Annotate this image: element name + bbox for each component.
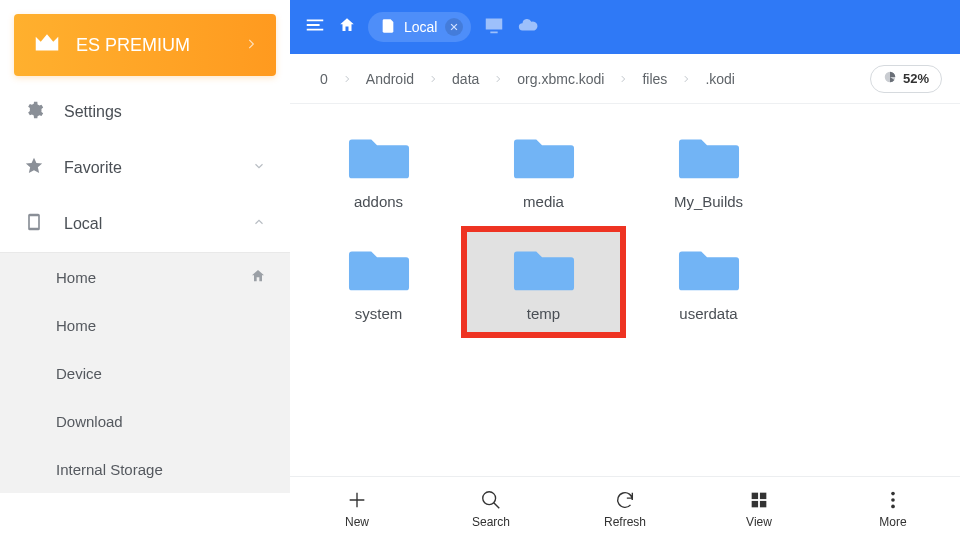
grid-icon xyxy=(748,489,770,511)
home-icon xyxy=(250,268,266,287)
folder-addons[interactable]: addons xyxy=(296,114,461,226)
folder-icon xyxy=(348,243,410,297)
storage-percent: 52% xyxy=(903,71,929,86)
es-premium-banner[interactable]: ES PREMIUM xyxy=(14,14,276,76)
svg-point-6 xyxy=(891,491,895,495)
bottom-toolbar: New Search Refresh View More xyxy=(290,476,960,540)
sub-item-label: Download xyxy=(56,413,123,430)
sub-item-label: Internal Storage xyxy=(56,461,163,478)
crumb-5[interactable]: .kodi xyxy=(693,71,747,87)
svg-point-1 xyxy=(483,491,496,504)
bottom-label: Refresh xyxy=(604,515,646,529)
more-icon xyxy=(882,489,904,511)
folder-grid: addons media My_Builds system temp userd… xyxy=(290,104,960,476)
folder-userdata[interactable]: userdata xyxy=(626,226,791,338)
crumb-0[interactable]: 0 xyxy=(308,71,340,87)
folder-temp[interactable]: temp xyxy=(461,226,626,338)
folder-icon xyxy=(513,243,575,297)
close-icon[interactable] xyxy=(445,18,463,36)
crumb-4[interactable]: files xyxy=(630,71,679,87)
view-button[interactable]: View xyxy=(692,477,826,540)
svg-rect-2 xyxy=(752,492,758,498)
sub-item-device[interactable]: Device xyxy=(0,349,290,397)
folder-my-builds[interactable]: My_Builds xyxy=(626,114,791,226)
chevron-down-icon xyxy=(252,159,266,177)
sdcard-icon xyxy=(380,18,396,37)
folder-icon xyxy=(678,131,740,185)
bottom-label: Search xyxy=(472,515,510,529)
gear-icon xyxy=(24,100,44,124)
topbar: Local xyxy=(290,0,960,54)
sub-item-label: Home xyxy=(56,317,96,334)
sub-item-label: Home xyxy=(56,269,96,286)
crumb-2[interactable]: data xyxy=(440,71,491,87)
storage-badge[interactable]: 52% xyxy=(870,65,942,93)
more-button[interactable]: More xyxy=(826,477,960,540)
new-button[interactable]: New xyxy=(290,477,424,540)
search-icon xyxy=(480,489,502,511)
sidebar-item-settings[interactable]: Settings xyxy=(0,84,290,140)
hamburger-icon[interactable] xyxy=(304,14,326,40)
chevron-right-icon xyxy=(244,35,258,56)
breadcrumb: 0 Android data org.xbmc.kodi files .kodi… xyxy=(290,54,960,104)
svg-point-8 xyxy=(891,504,895,508)
plus-icon xyxy=(346,489,368,511)
bottom-label: New xyxy=(345,515,369,529)
phone-icon xyxy=(24,212,44,236)
folder-label: My_Builds xyxy=(674,193,743,210)
sub-item-download[interactable]: Download xyxy=(0,397,290,445)
svg-rect-3 xyxy=(760,492,766,498)
folder-system[interactable]: system xyxy=(296,226,461,338)
chevron-right-icon xyxy=(493,71,503,87)
svg-point-7 xyxy=(891,498,895,502)
folder-media[interactable]: media xyxy=(461,114,626,226)
crumb-3[interactable]: org.xbmc.kodi xyxy=(505,71,616,87)
crumb-1[interactable]: Android xyxy=(354,71,426,87)
sub-item-home-2[interactable]: Home xyxy=(0,301,290,349)
local-sub-list: Home Home Device Download Internal Stora… xyxy=(0,252,290,493)
tab-chip-local[interactable]: Local xyxy=(368,12,471,42)
folder-icon xyxy=(348,131,410,185)
cloud-icon[interactable] xyxy=(517,14,539,40)
chevron-up-icon xyxy=(252,215,266,233)
sidebar-item-local[interactable]: Local xyxy=(0,196,290,252)
tab-chip-label: Local xyxy=(404,19,437,35)
chevron-right-icon xyxy=(618,71,628,87)
folder-icon xyxy=(513,131,575,185)
folder-label: temp xyxy=(527,305,560,322)
folder-icon xyxy=(678,243,740,297)
bottom-label: View xyxy=(746,515,772,529)
folder-label: system xyxy=(355,305,403,322)
sub-item-label: Device xyxy=(56,365,102,382)
svg-rect-4 xyxy=(752,500,758,506)
refresh-icon xyxy=(614,489,636,511)
star-icon xyxy=(24,156,44,180)
chevron-right-icon xyxy=(342,71,352,87)
crown-icon xyxy=(32,28,62,63)
folder-label: userdata xyxy=(679,305,737,322)
tv-icon[interactable] xyxy=(483,14,505,40)
sidebar-item-label: Favorite xyxy=(64,159,122,177)
pie-icon xyxy=(883,70,897,87)
premium-label: ES PREMIUM xyxy=(76,35,190,56)
chevron-right-icon xyxy=(681,71,691,87)
sub-item-home-1[interactable]: Home xyxy=(0,253,290,301)
sidebar-item-label: Settings xyxy=(64,103,122,121)
refresh-button[interactable]: Refresh xyxy=(558,477,692,540)
sidebar-item-label: Local xyxy=(64,215,102,233)
chevron-right-icon xyxy=(428,71,438,87)
svg-rect-5 xyxy=(760,500,766,506)
home-icon[interactable] xyxy=(338,16,356,38)
bottom-label: More xyxy=(879,515,906,529)
folder-label: addons xyxy=(354,193,403,210)
search-button[interactable]: Search xyxy=(424,477,558,540)
folder-label: media xyxy=(523,193,564,210)
sidebar-item-favorite[interactable]: Favorite xyxy=(0,140,290,196)
sub-item-internal-storage[interactable]: Internal Storage xyxy=(0,445,290,493)
